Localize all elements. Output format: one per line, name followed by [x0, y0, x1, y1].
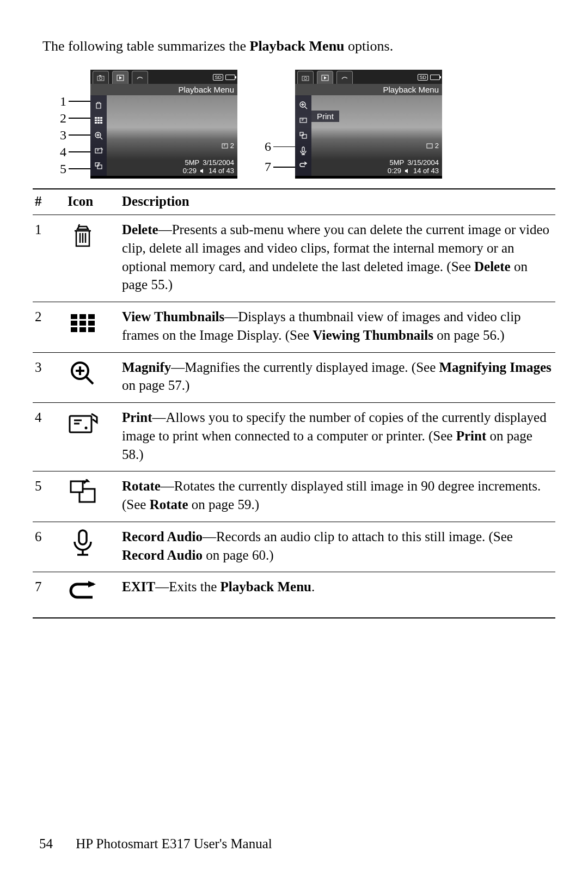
rotate-icon — [298, 130, 309, 141]
intro-text: The following table summarizes the Playb… — [42, 38, 555, 54]
photo-info-r: 5MP3/15/2004 0:2914 of 43 — [388, 158, 439, 175]
header-desc: Description — [120, 189, 555, 215]
row-desc: View Thumbnails—Displays a thumbnail vie… — [120, 302, 555, 353]
speaker-icon — [200, 168, 205, 174]
status-icons: SD — [213, 74, 235, 81]
header-num: # — [33, 189, 65, 215]
photo-area: 2 5MP3/15/2004 0:2914 of 43 — [90, 95, 237, 176]
exit-icon — [298, 161, 309, 171]
menu-title-bar-r: Playback Menu — [295, 84, 442, 95]
print-count-badge: 2 — [222, 142, 234, 150]
camera-tab-icon — [297, 71, 314, 84]
battery-icon — [430, 75, 440, 80]
row-icon — [68, 308, 98, 338]
svg-rect-4 — [95, 117, 97, 119]
row-icon — [68, 528, 98, 558]
delete-icon — [93, 100, 104, 111]
svg-rect-40 — [71, 481, 83, 492]
thumbnails-icon — [93, 115, 104, 126]
svg-rect-11 — [97, 122, 100, 124]
svg-rect-33 — [71, 327, 77, 332]
header-icon: Icon — [65, 189, 120, 215]
battery-icon — [225, 75, 235, 80]
svg-rect-5 — [97, 117, 100, 119]
resolution-text: 5MP — [185, 158, 199, 167]
row-icon — [68, 408, 98, 439]
magnify-icon — [298, 100, 309, 111]
camera-screen-left: SD Playback Menu 2 5MP3/15/2004 0:2914 o… — [90, 70, 237, 179]
callout-4: 4 — [54, 145, 90, 160]
svg-rect-8 — [97, 120, 100, 121]
row-desc: Record Audio—Records an audio clip to at… — [120, 522, 555, 572]
row-icon — [68, 220, 98, 251]
svg-rect-41 — [79, 530, 87, 544]
screenshot-right-group: 6 7 SD Playback Menu — [259, 70, 442, 179]
rotate-icon — [93, 161, 104, 171]
photo-area-r: Print 2 5MP3/15/2004 0:2914 of 43 — [295, 95, 442, 176]
screen-tabs: SD — [90, 70, 237, 84]
row-icon — [68, 477, 98, 507]
playback-tab-icon — [112, 71, 128, 84]
svg-rect-12 — [100, 122, 102, 124]
sd-icon: SD — [213, 74, 223, 81]
svg-rect-31 — [79, 321, 86, 326]
time-text: 0:29 — [183, 167, 197, 175]
svg-rect-1 — [99, 75, 101, 76]
row-desc: Print—Allows you to specify the number o… — [120, 403, 555, 471]
svg-rect-7 — [95, 120, 97, 121]
svg-rect-15 — [97, 165, 102, 169]
photo-info: 5MP3/15/2004 0:2914 of 43 — [183, 158, 234, 175]
callouts-left: 1 2 3 4 5 — [54, 71, 90, 177]
row-icon — [68, 578, 98, 608]
row-desc: Magnify—Magnifies the currently displaye… — [120, 352, 555, 403]
callout-1: 1 — [54, 94, 90, 109]
callouts-right: 6 7 — [259, 71, 295, 177]
print-icon — [298, 115, 309, 126]
page-number: 54 — [39, 836, 53, 851]
date-text: 3/15/2004 — [203, 158, 234, 167]
svg-rect-34 — [79, 327, 86, 332]
callout-6: 6 — [259, 139, 295, 154]
row-desc: EXIT—Exits the Playback Menu. — [120, 572, 555, 618]
callout-7: 7 — [259, 160, 295, 174]
playback-tab-icon — [317, 71, 333, 84]
camera-screen-right: SD Playback Menu Print 2 5MP3/15/2004 0:… — [295, 70, 442, 179]
callout-2: 2 — [54, 111, 90, 126]
svg-point-2 — [100, 77, 102, 79]
svg-rect-32 — [88, 321, 95, 326]
print-icon — [93, 145, 104, 156]
sidebar-icons-right — [295, 95, 311, 176]
row-num: 1 — [33, 215, 65, 302]
mic-icon — [298, 145, 309, 156]
svg-rect-37 — [70, 416, 91, 432]
camera-tab-icon — [93, 71, 109, 84]
sidebar-icons-left — [90, 95, 107, 176]
callout-5: 5 — [54, 162, 90, 176]
counter-text: 14 of 43 — [209, 167, 234, 175]
svg-rect-26 — [427, 144, 432, 148]
svg-point-19 — [304, 77, 307, 79]
sd-icon: SD — [418, 74, 428, 81]
options-table: # Icon Description 1Delete—Presents a su… — [33, 188, 555, 618]
magnify-icon — [93, 130, 104, 141]
screenshots-row: 1 2 3 4 5 SD Playback Menu — [54, 70, 555, 179]
manual-title: HP Photosmart E317 User's Manual — [76, 836, 272, 851]
speaker-icon — [405, 168, 410, 174]
row-num: 5 — [33, 471, 65, 522]
setup-tab-icon — [336, 71, 353, 84]
intro-bold: Playback Menu — [250, 38, 345, 54]
intro-suffix: options. — [345, 38, 394, 54]
screenshot-left-group: 1 2 3 4 5 SD Playback Menu — [54, 70, 237, 179]
screen-tabs-r: SD — [295, 70, 442, 84]
print-highlight: Print — [311, 111, 339, 122]
svg-rect-28 — [79, 314, 86, 319]
row-num: 4 — [33, 403, 65, 471]
row-desc: Delete—Presents a sub-menu where you can… — [120, 215, 555, 302]
row-num: 6 — [33, 522, 65, 572]
svg-rect-25 — [302, 147, 304, 152]
svg-rect-6 — [100, 117, 102, 119]
page-footer: 54 HP Photosmart E317 User's Manual — [39, 836, 272, 852]
print-count-badge: 2 — [426, 142, 439, 150]
menu-title-bar: Playback Menu — [90, 84, 237, 95]
svg-rect-9 — [100, 120, 102, 121]
